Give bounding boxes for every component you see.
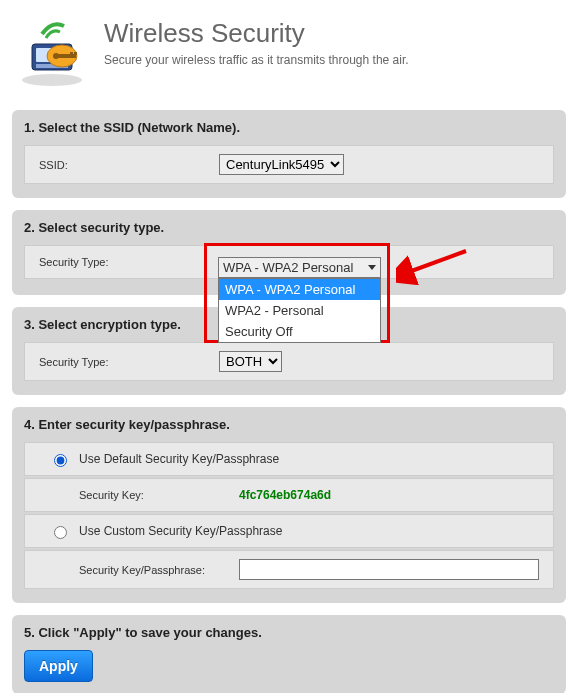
custom-passphrase-input[interactable] <box>239 559 539 580</box>
security-key-label: Security Key: <box>79 489 239 501</box>
page-subtitle: Secure your wireless traffic as it trans… <box>104 53 409 67</box>
section-ssid: 1. Select the SSID (Network Name). SSID:… <box>12 110 566 198</box>
security-key-row: Security Key: 4fc764eb674a6d <box>24 478 554 512</box>
default-key-row: Use Default Security Key/Passphrase <box>24 442 554 476</box>
section-passphrase: 4. Enter security key/passphrase. Use De… <box>12 407 566 603</box>
custom-key-label: Use Custom Security Key/Passphrase <box>79 524 282 538</box>
security-type-dropdown[interactable]: WPA - WPA2 Personal WPA - WPA2 Personal … <box>218 257 381 343</box>
encryption-label: Security Type: <box>39 356 219 368</box>
default-key-label: Use Default Security Key/Passphrase <box>79 452 279 466</box>
ssid-row: SSID: CenturyLink5495 <box>24 145 554 184</box>
security-key-value: 4fc764eb674a6d <box>239 488 331 502</box>
section-title: 4. Enter security key/passphrase. <box>24 417 554 432</box>
security-type-option[interactable]: WPA - WPA2 Personal <box>219 279 380 300</box>
security-type-options: WPA - WPA2 Personal WPA2 - Personal Secu… <box>218 278 381 343</box>
svg-rect-6 <box>58 54 76 58</box>
custom-key-radio[interactable] <box>54 526 67 539</box>
security-type-selected[interactable]: WPA - WPA2 Personal <box>218 257 381 278</box>
router-security-icon <box>12 12 92 92</box>
svg-rect-7 <box>70 52 73 55</box>
svg-point-0 <box>22 74 82 86</box>
svg-rect-8 <box>74 52 77 55</box>
security-type-option[interactable]: WPA2 - Personal <box>219 300 380 321</box>
section-title: 5. Click "Apply" to save your changes. <box>24 625 554 640</box>
page-title: Wireless Security <box>104 18 409 49</box>
ssid-label: SSID: <box>39 159 219 171</box>
custom-passphrase-row: Security Key/Passphrase: <box>24 550 554 589</box>
custom-key-row: Use Custom Security Key/Passphrase <box>24 514 554 548</box>
ssid-select[interactable]: CenturyLink5495 <box>219 154 344 175</box>
security-type-label: Security Type: <box>39 256 219 268</box>
page-header: Wireless Security Secure your wireless t… <box>12 12 566 92</box>
default-key-radio[interactable] <box>54 454 67 467</box>
apply-button[interactable]: Apply <box>24 650 93 682</box>
security-type-option[interactable]: Security Off <box>219 321 380 342</box>
custom-passphrase-label: Security Key/Passphrase: <box>79 564 239 576</box>
section-title: 2. Select security type. <box>24 220 554 235</box>
encryption-row: Security Type: BOTH <box>24 342 554 381</box>
section-title: 1. Select the SSID (Network Name). <box>24 120 554 135</box>
section-apply: 5. Click "Apply" to save your changes. A… <box>12 615 566 693</box>
encryption-select[interactable]: BOTH <box>219 351 282 372</box>
